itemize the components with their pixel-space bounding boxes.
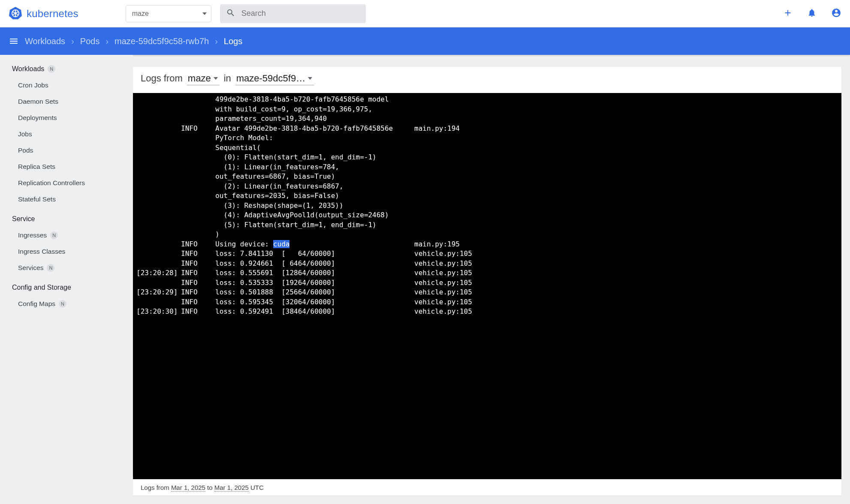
namespace-badge: N [59,300,66,308]
user-icon[interactable] [831,8,841,19]
log-source: vehicle.py:105 [406,278,472,288]
log-row: INFOloss: 7.841130 [ 64/60000]vehicle.py… [136,249,838,259]
namespace-badge: N [48,65,55,73]
logs-card-header: Logs from maze in maze-59dc5f9… [133,67,841,93]
search-icon [226,8,235,19]
log-level [181,95,215,124]
chevron-down-icon [214,77,218,80]
chevron-right-icon: › [215,36,218,46]
sidebar-item[interactable]: Pods [12,142,126,159]
sidebar-section-label: Config and Storage [12,284,71,291]
crumb-0[interactable]: Workloads [25,36,65,46]
namespace-selected: maze [132,10,149,18]
sidebar-item[interactable]: Replication Controllers [12,175,126,191]
footer-prefix: Logs from [141,484,171,491]
logs-card: Logs from maze in maze-59dc5f9… 499de2be… [133,67,841,495]
bell-icon[interactable] [807,8,817,19]
log-level: INFO [181,249,215,259]
crumb-1[interactable]: Pods [80,36,100,46]
sidebar-item-label: Ingresses [18,231,47,239]
sidebar-section-title[interactable]: WorkloadsN [12,65,126,73]
log-source: vehicle.py:105 [406,297,472,307]
sidebar-item[interactable]: IngressesN [12,227,126,243]
sidebar-item[interactable]: Cron Jobs [12,77,126,93]
log-message: loss: 7.841130 [ 64/60000] [215,249,406,259]
sidebar-section-title[interactable]: Config and Storage [12,284,126,291]
log-timestamp [136,278,181,288]
log-timestamp: [23:20:29] [136,288,181,297]
log-row: INFOloss: 0.924661 [ 6464/60000]vehicle.… [136,259,838,269]
logs-footer: Logs from Mar 1, 2025 to Mar 1, 2025 UTC [133,479,841,495]
sidebar-item-label: Replication Controllers [18,179,85,187]
sidebar-item-label: Replica Sets [18,163,55,171]
chevron-down-icon [202,12,207,15]
logs-from-label: Logs from [141,73,183,84]
plus-icon[interactable] [783,8,793,19]
pod-select[interactable]: maze-59dc5f9… [235,73,314,85]
sidebar-item-label: Daemon Sets [18,98,58,105]
log-message: loss: 0.501888 [25664/60000] [215,288,406,297]
log-timestamp [136,297,181,307]
footer-to-date[interactable]: Mar 1, 2025 [214,484,249,492]
log-highlight: cuda [273,240,290,248]
footer-from-date[interactable]: Mar 1, 2025 [171,484,205,492]
log-source: vehicle.py:105 [406,268,472,278]
log-source: vehicle.py:105 [406,307,472,317]
log-timestamp: [23:20:28] [136,268,181,278]
log-level: INFO [181,268,215,278]
log-row: 499de2be-3818-4ba5-b720-fafb7645856e mod… [136,95,838,124]
hamburger-icon[interactable] [9,36,19,46]
sidebar: WorkloadsNCron JobsDaemon SetsDeployment… [0,55,133,504]
log-row: INFOAvatar 499de2be-3818-4ba5-b720-fafb7… [136,124,838,240]
log-row: [23:20:30]INFOloss: 0.592491 [38464/6000… [136,307,838,317]
appbar-actions [783,8,841,19]
sidebar-item[interactable]: Daemon Sets [12,93,126,110]
namespace-badge: N [50,231,58,239]
sidebar-item[interactable]: Stateful Sets [12,191,126,207]
log-message: Avatar 499de2be-3818-4ba5-b720-fafb76458… [215,124,406,240]
sidebar-item-label: Config Maps [18,300,55,308]
sidebar-item[interactable]: Jobs [12,126,126,142]
log-timestamp [136,240,181,249]
sidebar-item-label: Pods [18,147,33,154]
sidebar-section-label: Service [12,215,35,223]
main-column: Logs from maze in maze-59dc5f9… 499de2be… [133,55,850,504]
container-select[interactable]: maze [187,73,220,85]
log-level: INFO [181,288,215,297]
log-viewer[interactable]: 499de2be-3818-4ba5-b720-fafb7645856e mod… [133,93,841,479]
crumb-2[interactable]: maze-59dc5f9c58-rwb7h [115,36,209,46]
log-message: loss: 0.535333 [19264/60000] [215,278,406,288]
namespace-badge: N [47,264,54,272]
sidebar-item[interactable]: Deployments [12,110,126,126]
sidebar-section-title[interactable]: Service [12,215,126,223]
log-timestamp [136,124,181,240]
log-message: loss: 0.595345 [32064/60000] [215,297,406,307]
sidebar-item-label: Jobs [18,130,32,138]
sidebar-section-label: Workloads [12,65,44,73]
breadcrumb-bar: Workloads › Pods › maze-59dc5f9c58-rwb7h… [0,27,850,55]
sidebar-item[interactable]: Replica Sets [12,159,126,175]
sidebar-item[interactable]: Ingress Classes [12,243,126,260]
log-source: main.py:194 [406,124,460,240]
sidebar-item[interactable]: Config MapsN [12,296,126,312]
search-input[interactable] [241,9,360,18]
log-timestamp [136,95,181,124]
log-message: 499de2be-3818-4ba5-b720-fafb7645856e mod… [215,95,406,124]
sidebar-item-label: Deployments [18,114,57,122]
footer-suffix: UTC [249,484,264,491]
sidebar-item[interactable]: ServicesN [12,260,126,276]
log-source [406,95,414,124]
log-row: INFOUsing device: cudamain.py:195 [136,240,838,249]
chevron-right-icon: › [105,36,109,46]
log-level: INFO [181,307,215,317]
search-box[interactable] [220,4,366,23]
chevron-right-icon: › [71,36,74,46]
namespace-select[interactable]: maze [126,5,211,22]
log-timestamp: [23:20:30] [136,307,181,317]
log-level: INFO [181,124,215,240]
log-timestamp [136,259,181,269]
logs-in-label: in [224,73,231,84]
app-bar: kubernetes maze [0,0,850,27]
log-level: INFO [181,259,215,269]
sidebar-item-label: Ingress Classes [18,248,65,255]
